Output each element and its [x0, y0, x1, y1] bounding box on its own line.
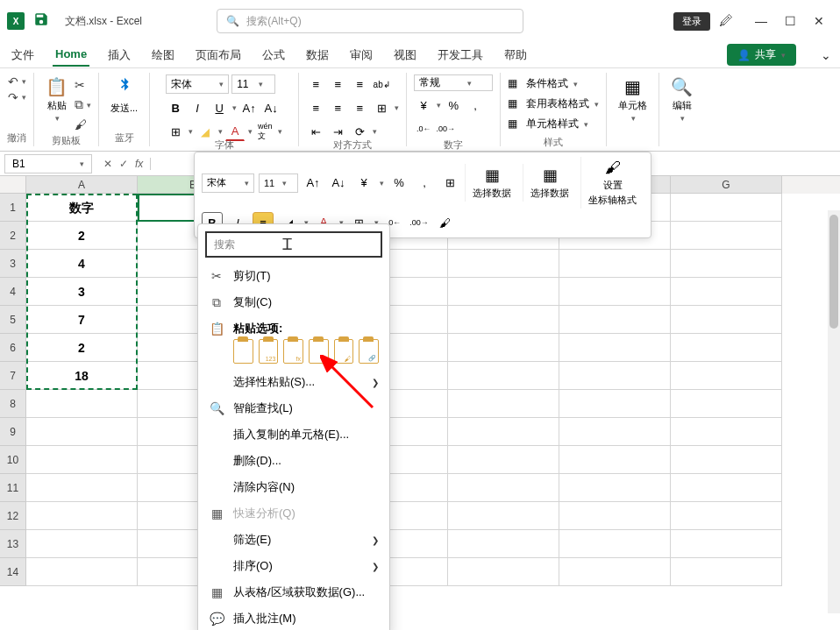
cell[interactable] [559, 530, 671, 558]
cell[interactable] [26, 474, 138, 502]
align-middle-button[interactable]: ≡ [328, 74, 347, 94]
cell[interactable] [559, 418, 671, 446]
ctx-filter[interactable]: 筛选(E) ❯ [198, 527, 389, 553]
redo-icon[interactable]: ↷ [8, 90, 18, 104]
tab-formulas[interactable]: 公式 [260, 43, 288, 67]
ctx-sort[interactable]: 排序(O) ❯ [198, 553, 389, 579]
cell[interactable] [671, 390, 782, 418]
cell[interactable] [671, 558, 782, 586]
increase-decimal-button[interactable]: .0← [414, 119, 433, 138]
cell[interactable] [26, 390, 138, 418]
font-name-select[interactable]: 宋体▾ [166, 74, 229, 94]
row-header[interactable]: 8 [0, 390, 26, 418]
bluetooth-send-button[interactable]: 发送... [106, 74, 142, 117]
cell[interactable]: 7 [26, 306, 138, 334]
table-format-button[interactable]: ▦套用表格格式▾ [508, 95, 599, 113]
mini-select-data-2[interactable]: ▦ 选择数据 [523, 164, 576, 202]
row-header[interactable]: 11 [0, 474, 26, 502]
cell[interactable] [26, 418, 138, 446]
paste-button[interactable]: 📋 粘贴 ▾ [41, 74, 72, 124]
row-header[interactable]: 6 [0, 334, 26, 362]
cell[interactable] [448, 530, 559, 558]
tab-data[interactable]: 数据 [303, 43, 331, 67]
wrap-text-button[interactable]: ab↲ [372, 74, 391, 94]
ctx-search-input[interactable]: 搜索 Ꮖ [205, 231, 382, 258]
cell[interactable] [671, 334, 782, 362]
cell[interactable] [671, 362, 782, 390]
ctx-insert-copied[interactable]: 插入复制的单元格(E)... [198, 421, 389, 448]
ctx-copy[interactable]: ⧉ 复制(C) [198, 289, 389, 315]
percent-button[interactable]: % [444, 96, 463, 115]
paste-opt-all[interactable] [233, 339, 253, 364]
row-header[interactable]: 7 [0, 362, 26, 390]
fx-icon[interactable]: fx [135, 158, 143, 170]
cell[interactable] [559, 446, 671, 474]
merge-button[interactable]: ⊞ [372, 98, 391, 117]
close-button[interactable]: ✕ [814, 14, 824, 28]
phonetic-button[interactable]: wén文 [255, 122, 274, 141]
mini-select-data-1[interactable]: ▦ 选择数据 [465, 164, 518, 202]
row-header[interactable]: 1 [0, 194, 26, 222]
cell[interactable] [671, 306, 782, 334]
cell[interactable] [671, 530, 782, 558]
row-header[interactable]: 3 [0, 250, 26, 278]
cell[interactable] [559, 474, 671, 502]
col-header-g[interactable]: G [671, 176, 782, 194]
cell[interactable]: 4 [26, 250, 138, 278]
tab-file[interactable]: 文件 [9, 43, 37, 67]
row-header[interactable]: 2 [0, 222, 26, 250]
cell[interactable] [559, 558, 671, 586]
vertical-scrollbar[interactable] [828, 210, 840, 613]
minimize-button[interactable]: — [755, 14, 767, 28]
name-box[interactable]: B1 ▾ [4, 154, 92, 173]
ctx-smart-lookup[interactable]: 🔍 智能查找(L) [198, 395, 389, 421]
cut-icon[interactable]: ✂ [75, 78, 91, 92]
maximize-button[interactable]: ☐ [785, 14, 796, 28]
cell[interactable] [671, 446, 782, 474]
cell[interactable] [448, 362, 559, 390]
row-header[interactable]: 9 [0, 418, 26, 446]
editing-button[interactable]: 🔍 编辑 ▾ [666, 74, 697, 124]
cell[interactable] [559, 334, 671, 362]
cell[interactable] [448, 278, 559, 306]
confirm-formula-icon[interactable]: ✓ [119, 158, 128, 170]
select-all-corner[interactable] [0, 176, 26, 194]
mini-currency[interactable]: ¥ [353, 173, 374, 194]
mini-font-name[interactable]: 宋体▾ [202, 173, 254, 193]
col-header-a[interactable]: A [26, 176, 138, 194]
cells-button[interactable]: ▦ 单元格 ▾ [614, 74, 651, 124]
cell[interactable] [448, 558, 559, 586]
cell[interactable]: 3 [26, 278, 138, 306]
save-icon[interactable] [33, 11, 49, 31]
cell[interactable] [559, 390, 671, 418]
cancel-formula-icon[interactable]: ✕ [103, 158, 112, 170]
row-header[interactable]: 4 [0, 278, 26, 306]
tab-developer[interactable]: 开发工具 [435, 43, 486, 67]
cell[interactable] [448, 474, 559, 502]
align-center-button[interactable]: ≡ [328, 98, 347, 117]
row-header[interactable]: 13 [0, 530, 26, 558]
ctx-insert-comment[interactable]: 💬 插入批注(M) [198, 605, 389, 630]
currency-button[interactable]: ¥ [414, 96, 433, 115]
tab-draw[interactable]: 绘图 [149, 43, 177, 67]
ctx-cut[interactable]: ✂ 剪切(T) [198, 263, 389, 289]
mini-increase-font[interactable]: A↑ [303, 173, 324, 194]
ctx-paste-special[interactable]: 选择性粘贴(S)... ❯ [198, 369, 389, 395]
format-painter-icon[interactable]: 🖌 [75, 117, 91, 131]
cell[interactable] [448, 306, 559, 334]
paste-opt-transpose[interactable]: ⇅ [309, 339, 329, 364]
underline-button[interactable]: U [210, 98, 229, 117]
tab-review[interactable]: 审阅 [347, 43, 375, 67]
cell[interactable] [671, 418, 782, 446]
font-size-select[interactable]: 11▾ [231, 74, 275, 94]
tab-home[interactable]: Home [53, 43, 89, 67]
increase-font-button[interactable]: A↑ [239, 98, 259, 117]
ribbon-collapse-button[interactable]: ⌄ [821, 48, 831, 62]
tab-page-layout[interactable]: 页面布局 [193, 43, 244, 67]
mini-axis-format[interactable]: 🖌 设置 坐标轴格式 [580, 157, 644, 209]
row-header[interactable]: 10 [0, 446, 26, 474]
cell[interactable] [26, 446, 138, 474]
mini-comma[interactable]: , [414, 173, 435, 194]
conditional-format-button[interactable]: ▦条件格式▾ [508, 74, 578, 93]
cell[interactable] [448, 390, 559, 418]
